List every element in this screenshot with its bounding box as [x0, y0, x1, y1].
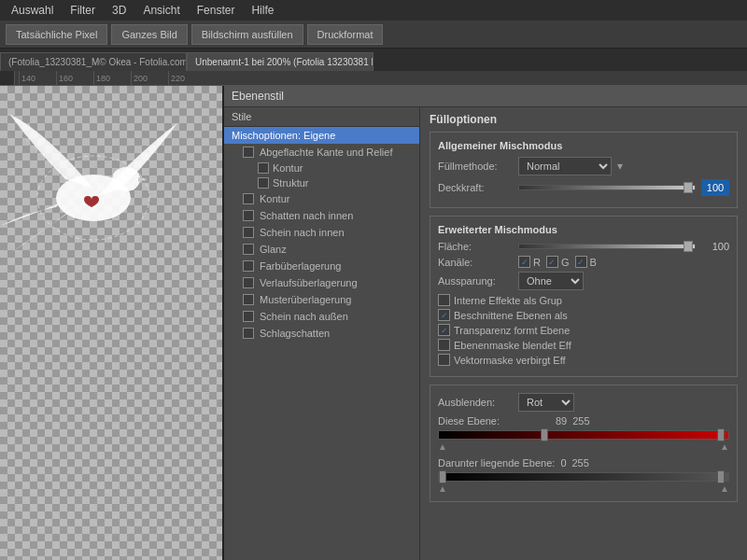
below-layer-thumb-right[interactable] — [717, 470, 725, 483]
menu-filter[interactable]: Filter — [63, 2, 103, 19]
hide-select[interactable]: Rot — [518, 393, 574, 412]
dialog-title: Ebenenstil — [232, 90, 284, 103]
style-item-glanz[interactable]: Glanz — [224, 241, 419, 258]
tab-0[interactable]: (Fotolia_13230381_M© Okea - Fotolia.com.… — [0, 52, 187, 71]
style-item-muster[interactable]: Musterüberlagerung — [224, 291, 419, 308]
btn-bildschirm-ausfuellen[interactable]: Bildschirm ausfüllen — [191, 24, 303, 45]
tab-1[interactable]: Unbenannt-1 bei 200% (Fotolia 13230381 M… — [187, 52, 374, 71]
style-item-kontur2[interactable]: Kontur — [224, 190, 419, 207]
exclusion-row: Aussparung: Ohne — [438, 272, 729, 290]
checkbox-schein-innen[interactable] — [243, 227, 254, 238]
checkbox-g[interactable]: ✓ — [546, 256, 558, 268]
btn-ganzes-bild[interactable]: Ganzes Bild — [111, 24, 187, 45]
general-blend-section: Allgemeiner Mischmodus Füllmethode: Norm… — [430, 132, 738, 208]
style-item-farb[interactable]: Farbüberlagerung — [224, 258, 419, 274]
channels-row: Kanäle: ✓ R ✓ G ✓ B — [438, 256, 729, 268]
style-subitem-kontur1[interactable]: Kontur — [224, 161, 419, 175]
this-layer-thumb-left[interactable] — [541, 428, 548, 441]
this-layer-arrow-right: ▲ — [720, 441, 729, 452]
channel-b: ✓ B — [575, 256, 597, 268]
style-item-schatten[interactable]: Schatten nach innen — [224, 207, 419, 224]
blend-sliders-section: Ausblenden: Rot Diese Ebene: 89 255 — [430, 385, 738, 502]
opacity-value[interactable]: 100 — [701, 179, 729, 196]
menu-3d[interactable]: 3D — [105, 2, 134, 19]
checkbox-transparenz-label: Transparenz formt Ebene — [454, 325, 570, 336]
chevron-down-icon: ▾ — [617, 160, 623, 173]
checkbox-kontur1[interactable] — [258, 162, 269, 174]
checkbox-transparenz[interactable]: ✓ — [438, 324, 450, 336]
checkbox-b[interactable]: ✓ — [575, 256, 587, 268]
opacity-label: Deckkraft: — [438, 182, 513, 193]
ruler-horizontal: 140 160 180 200 220 — [15, 71, 747, 86]
method-label: Füllmethode: — [438, 161, 513, 172]
checkbox-struktur[interactable] — [258, 177, 269, 189]
below-layer-thumb-left[interactable] — [439, 470, 446, 483]
checkbox-vektormaske-label: Vektormaske verbirgt Eff — [454, 355, 566, 366]
checkbox-schlag[interactable] — [243, 328, 254, 339]
opacity-slider-container — [518, 185, 696, 190]
below-layer-left-val: 0 — [560, 457, 566, 469]
method-select[interactable]: Normal — [518, 157, 612, 175]
menu-ansicht[interactable]: Ansicht — [135, 2, 187, 19]
style-label-verlauf: Verlaufsüberlagerung — [260, 277, 358, 288]
style-subitem-struktur[interactable]: Struktur — [224, 175, 419, 190]
this-layer-label: Diese Ebene: — [438, 415, 550, 427]
style-label-schein-aussen: Schein nach außen — [260, 311, 348, 322]
hide-row: Ausblenden: Rot — [438, 393, 729, 412]
ruler: 140 160 180 200 220 — [0, 71, 747, 86]
style-item-schein-innen[interactable]: Schein nach innen — [224, 224, 419, 241]
style-item-mischoptionen[interactable]: Mischoptionen: Eigene — [224, 127, 419, 144]
style-label-muster: Musterüberlagerung — [260, 294, 351, 305]
opacity-slider-thumb[interactable] — [684, 182, 693, 193]
style-label-schatten: Schatten nach innen — [260, 210, 353, 221]
menu-auswahl[interactable]: Auswahl — [4, 2, 61, 19]
style-label-glanz: Glanz — [260, 244, 287, 255]
checkbox-schein-aussen[interactable] — [243, 311, 254, 322]
checkbox-r[interactable]: ✓ — [518, 256, 530, 268]
exclusion-select[interactable]: Ohne — [518, 272, 584, 290]
btn-tatsaechliche-pixel[interactable]: Tatsächliche Pixel — [6, 24, 107, 45]
area-slider-track[interactable] — [518, 244, 696, 249]
below-layer-header: Darunter liegende Ebene: 0 255 — [438, 457, 729, 469]
opacity-slider-track[interactable] — [518, 185, 696, 190]
style-item-schein-aussen[interactable]: Schein nach außen — [224, 308, 419, 325]
dove-image — [0, 95, 196, 282]
area-slider-thumb[interactable] — [684, 241, 693, 252]
this-layer-thumb-right[interactable] — [717, 428, 725, 441]
dialog-titlebar: Ebenenstil — [224, 86, 747, 107]
below-layer-slider[interactable] — [438, 472, 729, 482]
below-layer-max: 255 — [572, 457, 589, 469]
area-slider-container — [518, 244, 696, 249]
dialog-area: Ebenenstil Stile Mischoptionen: Eigene A… — [224, 86, 747, 560]
main-area: Ebenenstil Stile Mischoptionen: Eigene A… — [0, 86, 747, 560]
checkbox-vektormaske[interactable] — [438, 354, 450, 366]
menubar: Auswahl Filter 3D Ansicht Fenster Hilfe — [0, 0, 747, 21]
style-label-struktur: Struktur — [273, 177, 309, 189]
styles-header: Stile — [224, 107, 419, 127]
style-item-schlag[interactable]: Schlagschatten — [224, 325, 419, 342]
btn-druckformat[interactable]: Druckformat — [307, 24, 384, 45]
checkbox-glanz[interactable] — [243, 244, 254, 255]
checkbox-ebenenmaske[interactable] — [438, 339, 450, 351]
checkbox-beschnittene[interactable]: ✓ — [438, 309, 450, 321]
method-row: Füllmethode: Normal ▾ — [438, 157, 729, 175]
checkbox-interne-label: Interne Effekte als Grup — [454, 295, 562, 306]
checkbox-verlauf[interactable] — [243, 277, 254, 288]
style-item-abgeflachte[interactable]: Abgeflachte Kante und Relief — [224, 144, 419, 161]
channel-r: ✓ R — [518, 256, 541, 268]
menu-hilfe[interactable]: Hilfe — [244, 2, 281, 19]
checkbox-muster[interactable] — [243, 294, 254, 305]
checkbox-abgeflachte[interactable] — [243, 147, 254, 158]
area-value: 100 — [701, 241, 729, 252]
this-layer-slider[interactable] — [438, 430, 729, 440]
checkbox-kontur2[interactable] — [243, 193, 254, 204]
area-row: Fläche: 100 — [438, 241, 729, 252]
style-item-verlauf[interactable]: Verlaufsüberlagerung — [224, 274, 419, 291]
channel-g-label: G — [561, 257, 570, 268]
checkbox-farb[interactable] — [243, 260, 254, 272]
style-label-schein-innen: Schein nach innen — [260, 227, 345, 238]
menu-fenster[interactable]: Fenster — [190, 2, 243, 19]
checkbox-interne[interactable] — [438, 294, 450, 306]
checkbox-schatten[interactable] — [243, 210, 254, 221]
style-label-farb: Farbüberlagerung — [260, 260, 341, 272]
